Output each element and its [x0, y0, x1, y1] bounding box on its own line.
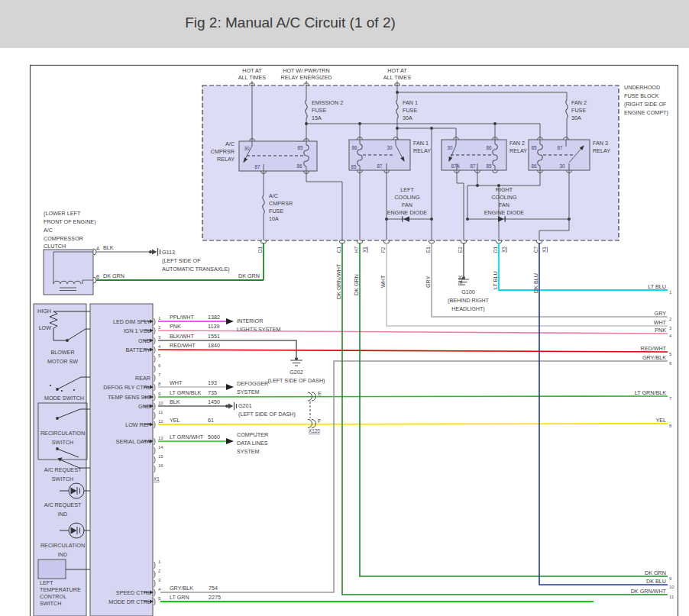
wire-label-vertical: GRY	[425, 276, 432, 288]
relay-pin: 30	[559, 163, 565, 169]
ac-request-switch-label: SWITCH	[52, 476, 73, 482]
wire-yel-61	[158, 424, 668, 424]
wire-name: LT GRN/BLK	[170, 389, 201, 396]
pin-connector: )	[154, 456, 156, 463]
relay-pin: 86	[296, 163, 302, 169]
right-pin-label: RED/WHT	[640, 345, 666, 352]
circuit-diagram: HOT AT ALL TIMES HOT W/ PWR/TRN RELAY EN…	[0, 0, 689, 616]
compressor-note: FRONT OF ENGINE)	[44, 218, 96, 225]
right-diode-label: RIGHT	[496, 186, 513, 193]
panel-pin-label: LED DIM SPLY	[113, 318, 150, 325]
left-temp-label: SWITCH	[40, 600, 61, 607]
compressor-pin-b: B	[96, 274, 99, 279]
compressor-note: A/C	[44, 227, 53, 234]
compressor-wire-b-label: DK GRN	[103, 273, 125, 279]
wire-name: LT GRN	[170, 594, 189, 601]
mode-detent-dot	[73, 389, 75, 391]
pin-connector: )	[154, 447, 156, 454]
pin-number: 8	[158, 382, 161, 386]
pin-number: 7	[158, 373, 161, 377]
ac-request-switch-label: A/C REQUEST	[44, 466, 82, 473]
ac-relay-name: RELAY	[217, 156, 235, 163]
pin-connector: )	[154, 318, 156, 325]
relay-pin: 87	[557, 145, 563, 150]
right-pin-label: WHT	[654, 319, 667, 326]
fan3-relay-name: FAN 3	[593, 140, 608, 147]
connector-id: X3	[501, 247, 506, 253]
pin-connector: )	[154, 589, 156, 596]
connector-f-label: F	[318, 418, 322, 424]
feed2-label2: RELAY ENERGIZED	[281, 74, 332, 81]
wire-name: GRY/BLK	[170, 585, 193, 592]
left-diode-label: COOLING	[394, 194, 420, 201]
left-diode-label: ENGINE DIODE	[387, 209, 428, 216]
relay-pin: 86	[531, 163, 537, 169]
pin-number: 2	[158, 325, 161, 330]
pin-connector: )	[154, 327, 156, 334]
fan1-relay-name: RELAY	[413, 147, 431, 154]
wire-label-vertical: BLK	[457, 275, 464, 285]
pin-connector: )	[154, 402, 156, 410]
fan2-relay-name: FAN 2	[509, 140, 525, 147]
wire-name: PPL/WHT	[170, 314, 195, 321]
right-pin-number: 8	[669, 424, 672, 428]
relay-pin: 86	[351, 145, 357, 150]
right-pin-number: 1	[669, 290, 672, 295]
panel-pin-label: REAR	[135, 375, 150, 382]
ac-fuse-label: A/C	[269, 192, 278, 199]
feed1-label2: ALL TIMES	[238, 74, 267, 81]
connector-id: E2	[458, 247, 463, 253]
right-pin-number: 7	[669, 396, 672, 401]
wire-red-wht-1840	[158, 350, 668, 352]
circuit-number: 1450	[208, 398, 220, 405]
connector-x120-label: X120	[309, 428, 320, 434]
system-arrow-icons	[226, 318, 234, 444]
relay-pin: 30	[244, 146, 250, 151]
connector-id: D1	[493, 246, 498, 253]
right-pin-label: LT GRN/BLK	[635, 389, 666, 396]
g113-label: G113	[162, 249, 175, 256]
wire-pnk-1139	[158, 331, 668, 334]
wire-name: RED/WHT	[170, 342, 196, 349]
connector-id: X1	[362, 247, 367, 253]
pin-number: 16	[158, 463, 163, 468]
right-pin-label: GRY/BLK	[642, 354, 666, 361]
relay-pin: 85	[486, 163, 492, 169]
right-pin-number: 6	[669, 361, 672, 366]
ac-request-ind-label: A/C REQUEST	[44, 502, 82, 508]
defogger-ref: SYSTEM	[237, 389, 260, 395]
left-diode-label: LEFT	[400, 186, 414, 193]
relay-pin: 85	[351, 164, 357, 169]
interior-lights-ref: LIGHTS SYSTEM	[237, 326, 281, 333]
pin-connector: )	[154, 374, 156, 382]
computer-data-ref: DATA LINES	[237, 440, 268, 447]
wire-name: YEL	[170, 417, 180, 424]
right-pin-number: 11	[669, 595, 674, 599]
pin-number: 3	[158, 335, 161, 340]
right-pin-label: GRY	[655, 310, 667, 317]
feed1-label: HOT AT	[242, 67, 262, 74]
panel-pin-label: SPEED CTRL	[116, 589, 150, 596]
compressor-note: COMPRESSOR	[44, 235, 83, 242]
right-pin-label: PNK	[655, 327, 666, 334]
relay-pin: 87	[254, 164, 260, 169]
emission2-fuse-label: FUSE	[312, 107, 326, 114]
right-diode-label: ENGINE DIODE	[484, 209, 525, 216]
circuit-number: 1382	[208, 314, 220, 321]
compressor-pin-a: A	[96, 246, 100, 251]
connector-x1-label: X1	[154, 476, 160, 482]
relay-pin: 85	[297, 145, 303, 150]
left-diode-label: FAN	[402, 202, 412, 208]
connector-id: H7	[354, 246, 359, 253]
panel-pin-label: DEFOG RLY CTRL	[103, 384, 150, 391]
right-pin-label: DK BLU	[646, 578, 666, 585]
pin-number: 9	[158, 392, 161, 396]
pin-number: 15	[158, 454, 163, 459]
left-temp-label: TEMPERATURE	[40, 586, 81, 593]
mode-detent-dot	[61, 390, 63, 392]
relay-pin: 87	[470, 163, 476, 169]
wire-name: PNK	[170, 323, 181, 330]
wire-dk-grn-wht	[342, 243, 668, 595]
g202-label: G202	[290, 369, 303, 376]
wire-name: BLK/WHT	[170, 333, 195, 340]
